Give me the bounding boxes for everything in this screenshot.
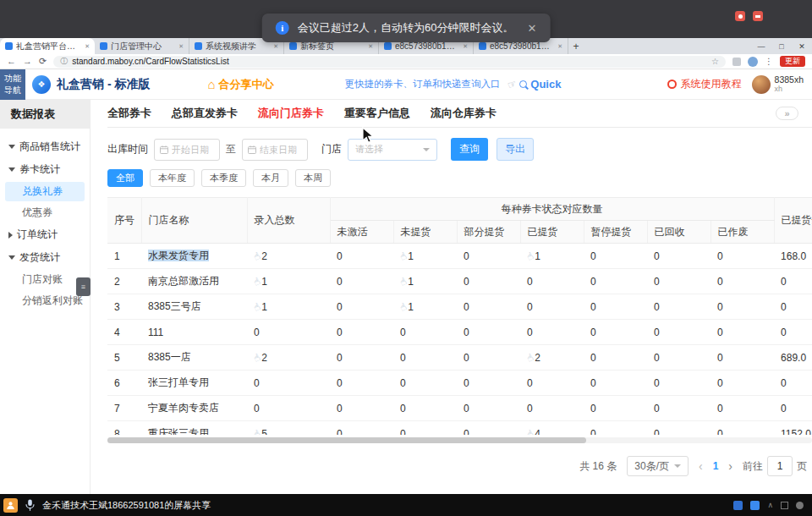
count-link[interactable]: ☝2 bbox=[254, 352, 267, 364]
content-tab[interactable]: 流向门店券卡 bbox=[258, 106, 324, 121]
sidebar-item[interactable]: 券卡统计 bbox=[0, 158, 90, 181]
toast-close-icon[interactable]: ✕ bbox=[527, 22, 536, 35]
new-tab-button[interactable]: + bbox=[568, 38, 584, 54]
next-page-button[interactable]: › bbox=[728, 460, 732, 472]
content-tab[interactable]: 重要客户信息 bbox=[344, 106, 410, 121]
store-name[interactable]: 111 bbox=[148, 327, 163, 338]
quick-filter-pill[interactable]: 本年度 bbox=[150, 169, 195, 187]
forward-icon[interactable]: → bbox=[23, 57, 32, 66]
end-date-input[interactable] bbox=[260, 145, 302, 155]
tab-title: 门店管理中心 bbox=[111, 41, 175, 52]
info-icon: i bbox=[276, 21, 289, 35]
promo-link[interactable]: 更快捷的券卡、订单和快递查询入口 bbox=[345, 78, 501, 91]
store-select[interactable]: 请选择 bbox=[348, 139, 437, 161]
count-link[interactable]: ☝2 bbox=[254, 250, 267, 262]
hand-pointer-icon: ☝ bbox=[251, 427, 262, 435]
pagination: 共 16 条 30条/页 ‹ 1 › 前往页 bbox=[107, 456, 812, 476]
count-link[interactable]: ☝1 bbox=[400, 276, 414, 288]
browser-profile-avatar[interactable] bbox=[748, 57, 758, 67]
tab-close-icon[interactable]: ✕ bbox=[368, 43, 373, 50]
count-link[interactable]: ☝5 bbox=[254, 428, 267, 436]
browser-tab[interactable]: 门店管理中心✕ bbox=[95, 38, 189, 54]
quick-filter-pill[interactable]: 本季度 bbox=[201, 169, 246, 187]
store-name[interactable]: 重庆张三专用 bbox=[148, 427, 209, 435]
content-tab[interactable]: 全部券卡 bbox=[107, 106, 151, 121]
quick-filter-pill[interactable]: 本周 bbox=[295, 169, 331, 187]
scrollbar-thumb[interactable] bbox=[107, 437, 586, 443]
url-field[interactable]: ⓘ standard.maboy.cn/CardFlowStatisticsLi… bbox=[53, 56, 726, 68]
taskbar-app-icon[interactable] bbox=[733, 501, 743, 510]
cell-index: 4 bbox=[107, 320, 141, 345]
tab-close-icon[interactable]: ✕ bbox=[178, 43, 184, 50]
tutorial-link[interactable]: 系统使用教程 bbox=[667, 77, 742, 91]
tab-favicon-icon bbox=[289, 42, 297, 50]
sidebar-item[interactable]: 兑换礼券 bbox=[5, 182, 85, 201]
store-name[interactable]: 水果发货专用 bbox=[148, 250, 209, 261]
page-size-select[interactable]: 30条/页 bbox=[627, 456, 689, 476]
extension-icon[interactable] bbox=[732, 58, 741, 66]
chrome-update-button[interactable]: 更新 bbox=[780, 56, 805, 67]
chevron-right-icon bbox=[8, 232, 13, 239]
tab-close-icon[interactable]: ✕ bbox=[85, 43, 90, 50]
sidebar-item[interactable]: 商品销售统计 bbox=[0, 135, 90, 158]
expand-more-icon[interactable]: » bbox=[776, 107, 798, 120]
quick-filter-pill[interactable]: 本月 bbox=[253, 169, 288, 187]
cell-value: 1152.0 bbox=[774, 421, 812, 436]
count-link[interactable]: ☝2 bbox=[527, 352, 540, 364]
content-tab[interactable]: 流向仓库券卡 bbox=[431, 106, 497, 121]
store-name[interactable]: 南京总部激活用 bbox=[148, 275, 219, 287]
taskbar-app-icon[interactable] bbox=[750, 501, 760, 510]
prev-page-button[interactable]: ‹ bbox=[699, 460, 703, 472]
sidebar-item-label: 门店对账 bbox=[22, 272, 63, 287]
current-page[interactable]: 1 bbox=[713, 460, 719, 472]
hand-pointer-icon: ☝ bbox=[524, 427, 535, 435]
content-tab[interactable]: 总部直发券卡 bbox=[172, 106, 238, 121]
store-name[interactable]: 8385三号店 bbox=[148, 300, 201, 312]
close-window-button[interactable]: ✕ bbox=[792, 42, 812, 51]
tab-close-icon[interactable]: ✕ bbox=[463, 43, 468, 50]
share-center-link[interactable]: ⌂ 合分享中心 bbox=[207, 77, 273, 92]
browser-tab[interactable]: 礼盒营销平台管理中心✕ bbox=[0, 38, 95, 54]
cell-value: 0 bbox=[457, 269, 520, 294]
bookmark-star-icon[interactable]: ☆ bbox=[711, 57, 719, 66]
function-nav-block[interactable]: 功能导航 bbox=[0, 69, 25, 100]
export-button[interactable]: 导出 bbox=[497, 138, 534, 161]
tray-expand-icon[interactable]: ∧ bbox=[767, 501, 773, 509]
start-date-input[interactable] bbox=[172, 145, 214, 155]
count-link[interactable]: ☝1 bbox=[254, 301, 267, 313]
minimize-button[interactable]: — bbox=[751, 42, 771, 51]
end-date-field[interactable] bbox=[242, 139, 308, 161]
site-info-icon[interactable]: ⓘ bbox=[60, 56, 68, 67]
store-name[interactable]: 8385一店 bbox=[148, 351, 191, 363]
browser-menu-icon[interactable]: ⋮ bbox=[765, 57, 773, 66]
sidebar-item[interactable]: 订单统计 bbox=[0, 223, 90, 246]
sidebar-item[interactable]: 优惠券 bbox=[0, 202, 90, 223]
sidebar-item-label: 分销返利对账 bbox=[22, 294, 83, 308]
tab-close-icon[interactable]: ✕ bbox=[557, 43, 562, 50]
maximize-button[interactable]: □ bbox=[771, 42, 792, 51]
user-avatar[interactable] bbox=[752, 75, 771, 94]
sidebar-item[interactable]: 发货统计 bbox=[0, 246, 90, 269]
count-link[interactable]: ☝4 bbox=[527, 428, 540, 436]
quick-search[interactable]: ☞ Quick bbox=[508, 78, 562, 91]
count-link[interactable]: ☝1 bbox=[254, 276, 267, 288]
reload-icon[interactable]: ⟳ bbox=[39, 57, 47, 66]
store-name[interactable]: 张三打单专用 bbox=[148, 376, 209, 388]
quick-filter-pill[interactable]: 全部 bbox=[107, 169, 143, 187]
count-link[interactable]: ☝1 bbox=[400, 301, 414, 313]
back-icon[interactable]: ← bbox=[7, 57, 16, 66]
user-name: 8385xh bbox=[775, 74, 804, 85]
sidebar-collapse-handle[interactable]: ≡ bbox=[76, 277, 91, 296]
column-header-status: 已提货 bbox=[520, 221, 584, 244]
count-link[interactable]: ☝1 bbox=[400, 250, 414, 262]
start-date-field[interactable] bbox=[154, 139, 220, 161]
tray-icon[interactable] bbox=[781, 502, 788, 509]
microphone-icon[interactable] bbox=[25, 499, 36, 512]
goto-page-input[interactable] bbox=[767, 456, 793, 476]
tray-icon[interactable] bbox=[796, 502, 804, 509]
search-button[interactable]: 查询 bbox=[451, 138, 488, 161]
tab-close-icon[interactable]: ✕ bbox=[273, 43, 278, 50]
count-link[interactable]: ☝1 bbox=[527, 250, 540, 262]
horizontal-scrollbar[interactable] bbox=[107, 437, 812, 443]
store-name[interactable]: 宁夏羊肉专卖店 bbox=[148, 402, 219, 414]
